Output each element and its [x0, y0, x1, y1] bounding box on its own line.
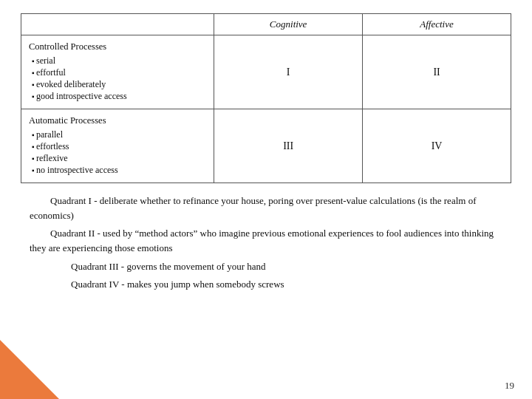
- description-section: Quadrant I - deliberate whether to refin…: [21, 194, 511, 292]
- bullet-item: parallel: [32, 129, 206, 140]
- empty-header: [21, 14, 214, 35]
- bullet-item: good introspective access: [32, 91, 206, 102]
- description-2: Quadrant III - governs the movement of y…: [30, 259, 502, 274]
- affective-header: Affective: [363, 14, 511, 35]
- description-3: Quadrant IV - makes you jump when somebo…: [30, 277, 502, 292]
- row-title: Controlled Processes: [29, 41, 206, 52]
- row-title: Automatic Processes: [29, 115, 206, 126]
- table-row: Controlled Processesserialeffortfulevoke…: [21, 35, 511, 109]
- bullet-item: effortful: [32, 67, 206, 78]
- quadrant-table: Cognitive Affective Controlled Processes…: [21, 13, 511, 183]
- svg-marker-0: [0, 340, 59, 399]
- page-container: Cognitive Affective Controlled Processes…: [0, 0, 532, 304]
- bullet-item: reflexive: [32, 153, 206, 164]
- corner-decoration: [0, 340, 59, 399]
- bullet-item: evoked deliberately: [32, 79, 206, 90]
- quadrant-i: I: [214, 35, 363, 109]
- quadrant-ii: II: [363, 35, 511, 109]
- row-label-1: Automatic Processesparalleleffortlessref…: [21, 109, 214, 183]
- table-row: Automatic Processesparalleleffortlessref…: [21, 109, 511, 183]
- bullet-item: effortless: [32, 141, 206, 152]
- bullet-item: no introspective access: [32, 165, 206, 176]
- cognitive-header: Cognitive: [214, 14, 363, 35]
- description-1: Quadrant II - used by “method actors” wh…: [30, 226, 502, 256]
- quadrant-iv: IV: [363, 109, 511, 183]
- page-number: 19: [505, 380, 514, 392]
- quadrant-iii: III: [214, 109, 363, 183]
- bullet-item: serial: [32, 55, 206, 66]
- row-label-0: Controlled Processesserialeffortfulevoke…: [21, 35, 214, 109]
- description-0: Quadrant I - deliberate whether to refin…: [30, 194, 502, 223]
